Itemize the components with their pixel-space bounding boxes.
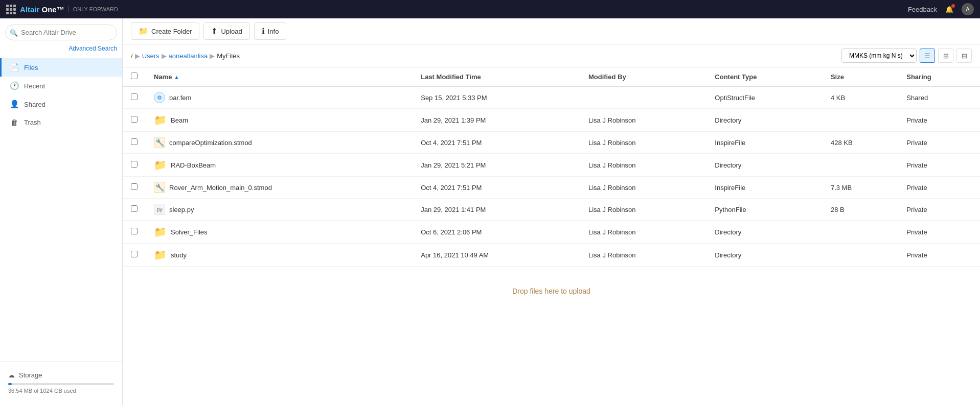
row-checkbox[interactable]	[131, 251, 138, 257]
drop-zone: Drop files here to upload	[123, 267, 980, 316]
file-name: bar.fem	[169, 94, 191, 102]
select-all-checkbox[interactable]	[131, 73, 138, 79]
storage-bar-fill	[8, 383, 12, 385]
row-content-type: InspireFile	[706, 177, 823, 199]
row-checkbox[interactable]	[131, 205, 138, 212]
row-checkbox-col	[123, 199, 146, 221]
storage-section: ☁ Storage 36.54 MB of 1024 GB used	[0, 366, 122, 399]
sidebar-item-shared-label: Shared	[24, 101, 45, 108]
row-name-cell[interactable]: 🔧compareOptimization.stmod	[146, 132, 413, 153]
table-row: 📁BeamJan 29, 2021 1:39 PMLisa J Robinson…	[123, 109, 980, 132]
row-checkbox[interactable]	[131, 93, 138, 100]
row-sharing: Private	[898, 132, 980, 154]
table-row: 📁Solver_FilesOct 6, 2021 2:06 PMLisa J R…	[123, 221, 980, 244]
sidebar: 🔍 Advanced Search 📄 Files 🕐 Recent 👤 Sha…	[0, 18, 123, 405]
table-row: 🔧compareOptimization.stmodOct 4, 2021 7:…	[123, 132, 980, 154]
create-folder-button[interactable]: 📁 Create Folder	[131, 22, 199, 40]
row-name-cell[interactable]: 📁RAD-BoxBeam	[146, 154, 413, 176]
grid-view-button[interactable]: ⊟	[956, 49, 972, 63]
row-content-type: Directory	[706, 221, 823, 244]
topbar-right: Feedback 🔔 A	[908, 3, 974, 15]
feedback-button[interactable]: Feedback	[908, 6, 937, 13]
row-sharing: Private	[898, 109, 980, 132]
breadcrumb-user[interactable]: aonealtairlisa	[169, 52, 208, 60]
breadcrumb-sep-2: ▶	[162, 52, 167, 60]
cloud-icon: ☁	[8, 371, 15, 379]
sidebar-item-recent-label: Recent	[24, 82, 45, 90]
sidebar-item-shared[interactable]: 👤 Shared	[0, 95, 122, 113]
row-modified-time: Apr 16, 2021 10:49 AM	[413, 244, 580, 267]
breadcrumb-current: MyFiles	[217, 52, 240, 60]
search-icon: 🔍	[10, 29, 18, 36]
bell-icon[interactable]: 🔔	[945, 6, 953, 13]
app-body: 🔍 Advanced Search 📄 Files 🕐 Recent 👤 Sha…	[0, 18, 980, 405]
breadcrumb-root[interactable]: /	[131, 52, 133, 60]
row-size	[823, 109, 898, 132]
row-name-cell[interactable]: pysleep.py	[146, 199, 413, 220]
row-checkbox-col	[123, 132, 146, 154]
header-checkbox-col	[123, 67, 146, 86]
row-name-cell[interactable]: 📁Beam	[146, 109, 413, 131]
row-checkbox[interactable]	[131, 116, 138, 123]
row-size	[823, 244, 898, 267]
file-name: compareOptimization.stmod	[169, 139, 252, 147]
row-content-type: Directory	[706, 109, 823, 132]
breadcrumb-sep-1: ▶	[135, 52, 140, 60]
row-modified-time: Oct 4, 2021 7:51 PM	[413, 177, 580, 199]
row-checkbox-col	[123, 86, 146, 109]
create-folder-icon: 📁	[139, 27, 148, 36]
file-table: Name ▲ Last Modified Time Modified By Co…	[123, 67, 980, 267]
sidebar-item-files[interactable]: 📄 Files	[0, 58, 122, 77]
row-modified-time: Oct 6, 2021 2:06 PM	[413, 221, 580, 244]
row-size	[823, 221, 898, 244]
topbar-left: Altair One™ ONLY FORWARD	[6, 5, 118, 14]
row-modified-by: Lisa J Robinson	[580, 154, 706, 177]
row-checkbox-col	[123, 177, 146, 199]
row-checkbox-col	[123, 244, 146, 267]
file-name: Beam	[171, 116, 188, 124]
unit-dropdown[interactable]: MMKS (mm kg N s) SI (m kg N s) CGS (cm g…	[841, 49, 917, 63]
row-size: 28 B	[823, 199, 898, 221]
topbar: Altair One™ ONLY FORWARD Feedback 🔔 A	[0, 0, 980, 18]
app-logo: Altair One™ ONLY FORWARD	[6, 5, 118, 14]
avatar[interactable]: A	[962, 3, 974, 15]
row-sharing: Private	[898, 177, 980, 199]
row-name-cell[interactable]: 📁study	[146, 244, 413, 266]
header-name[interactable]: Name ▲	[146, 67, 413, 86]
sidebar-item-recent[interactable]: 🕐 Recent	[0, 77, 122, 95]
breadcrumb-users[interactable]: Users	[142, 52, 159, 60]
row-name-cell[interactable]: ⚙bar.fem	[146, 87, 413, 108]
row-checkbox[interactable]	[131, 228, 138, 234]
row-modified-by: Lisa J Robinson	[580, 199, 706, 221]
upload-button[interactable]: ⬆ Upload	[203, 22, 249, 40]
search-input[interactable]	[5, 25, 117, 40]
row-name-cell[interactable]: 🔧Rover_Arm_Motion_main_0.stmod	[146, 177, 413, 198]
row-modified-time: Jan 29, 2021 5:21 PM	[413, 154, 580, 177]
file-name: study	[171, 251, 187, 259]
row-content-type: Directory	[706, 154, 823, 177]
table-row: 📁RAD-BoxBeamJan 29, 2021 5:21 PMLisa J R…	[123, 154, 980, 177]
header-modified-by: Modified By	[580, 67, 706, 86]
breadcrumb-sep-3: ▶	[210, 52, 215, 60]
table-row: 🔧Rover_Arm_Motion_main_0.stmodOct 4, 202…	[123, 177, 980, 199]
info-button[interactable]: ℹ Info	[254, 22, 287, 40]
list-view-button[interactable]: ☰	[920, 49, 935, 63]
column-view-button[interactable]: ⊞	[938, 49, 953, 63]
shared-icon: 👤	[10, 100, 19, 109]
row-modified-time: Sep 15, 2021 5:33 PM	[413, 86, 580, 109]
row-checkbox[interactable]	[131, 183, 138, 190]
file-name: RAD-BoxBeam	[171, 161, 216, 169]
tagline: ONLY FORWARD	[69, 6, 118, 12]
brand-name: Altair One™	[20, 5, 64, 14]
advanced-search-link: Advanced Search	[0, 44, 122, 58]
row-name-cell[interactable]: 📁Solver_Files	[146, 221, 413, 243]
row-checkbox[interactable]	[131, 138, 138, 145]
advanced-search-button[interactable]: Advanced Search	[69, 45, 117, 52]
file-icon: 📁	[154, 226, 167, 238]
sidebar-item-trash[interactable]: 🗑 Trash	[0, 113, 122, 131]
file-icon: 📁	[154, 159, 167, 171]
storage-label: ☁ Storage	[8, 371, 114, 379]
sort-arrow: ▲	[174, 74, 179, 80]
row-sharing: Private	[898, 244, 980, 267]
row-checkbox[interactable]	[131, 161, 138, 168]
